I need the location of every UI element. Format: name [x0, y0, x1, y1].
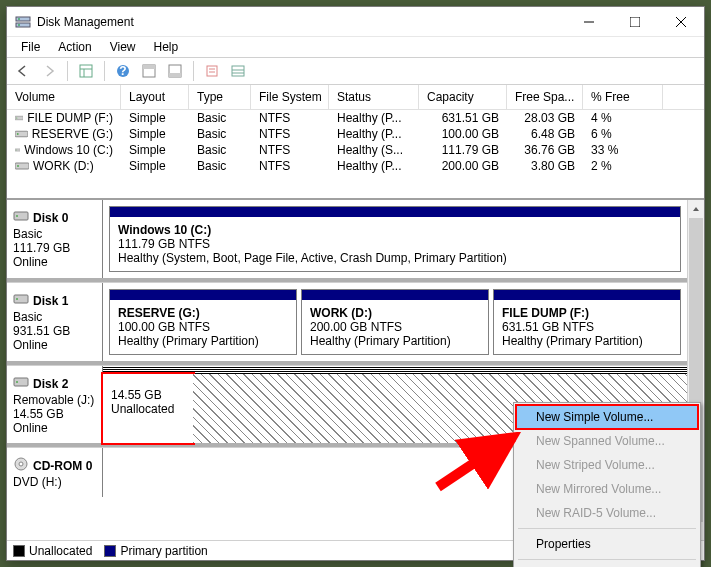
partition[interactable]: RESERVE (G:) 100.00 GB NTFS Healthy (Pri…	[109, 289, 297, 355]
help-icon[interactable]: ?	[111, 59, 135, 83]
svg-text:?: ?	[119, 64, 126, 78]
toolbar-layout-top-icon[interactable]	[137, 59, 161, 83]
svg-rect-17	[207, 66, 217, 76]
disk-icon	[13, 456, 29, 475]
partition-title: Windows 10 (C:)	[118, 223, 672, 237]
partition-detail: Healthy (Primary Partition)	[310, 334, 480, 348]
col-filesystem[interactable]: File System	[251, 85, 329, 109]
svg-point-30	[17, 165, 19, 167]
context-menu-item: New RAID-5 Volume...	[516, 501, 698, 525]
partition-sub: 100.00 GB NTFS	[118, 320, 288, 334]
volume-pctfree: 6 %	[583, 126, 663, 142]
disk-icon	[13, 208, 29, 227]
volume-list: Volume Layout Type File System Status Ca…	[7, 85, 704, 200]
volume-free: 28.03 GB	[507, 110, 583, 126]
partition-detail: Healthy (System, Boot, Page File, Active…	[118, 251, 672, 265]
disk-status: Online	[13, 338, 96, 352]
partition-sub: 111.79 GB NTFS	[118, 237, 672, 251]
volume-pctfree: 33 %	[583, 142, 663, 158]
disk-type: Removable (J:)	[13, 393, 96, 407]
volume-pctfree: 2 %	[583, 158, 663, 174]
menu-file[interactable]: File	[13, 38, 48, 56]
partition-detail: Unallocated	[111, 402, 185, 416]
col-type[interactable]: Type	[189, 85, 251, 109]
maximize-button[interactable]	[612, 7, 658, 37]
menu-view[interactable]: View	[102, 38, 144, 56]
context-menu: New Simple Volume...New Spanned Volume..…	[513, 402, 701, 567]
back-button[interactable]	[11, 59, 35, 83]
context-menu-item: New Spanned Volume...	[516, 429, 698, 453]
disk-info[interactable]: CD-ROM 0 DVD (H:)	[7, 448, 103, 497]
toolbar-layout-bottom-icon[interactable]	[163, 59, 187, 83]
menu-help[interactable]: Help	[146, 38, 187, 56]
volume-row[interactable]: WORK (D:) Simple Basic NTFS Healthy (P..…	[7, 158, 704, 174]
app-icon	[15, 14, 31, 30]
volume-status: Healthy (P...	[329, 126, 419, 142]
volume-type: Basic	[189, 142, 251, 158]
context-menu-item[interactable]: New Simple Volume...	[516, 405, 698, 429]
volume-name: WORK (D:)	[33, 159, 94, 173]
col-pctfree[interactable]: % Free	[583, 85, 663, 109]
col-status[interactable]: Status	[329, 85, 419, 109]
drive-icon	[15, 113, 23, 123]
volume-name: RESERVE (G:)	[32, 127, 113, 141]
drive-icon	[15, 161, 29, 171]
menu-action[interactable]: Action	[50, 38, 99, 56]
svg-rect-8	[80, 65, 92, 77]
volume-layout: Simple	[121, 110, 189, 126]
col-layout[interactable]: Layout	[121, 85, 189, 109]
partition[interactable]: Windows 10 (C:) 111.79 GB NTFS Healthy (…	[109, 206, 681, 272]
col-volume[interactable]: Volume	[7, 85, 121, 109]
disk-icon	[13, 291, 29, 310]
svg-point-2	[18, 18, 20, 20]
partition-title: WORK (D:)	[310, 306, 480, 320]
volume-name: FILE DUMP (F:)	[27, 111, 113, 125]
scroll-up-icon[interactable]	[688, 200, 704, 217]
svg-point-32	[16, 215, 18, 217]
volume-row[interactable]: FILE DUMP (F:) Simple Basic NTFS Healthy…	[7, 110, 704, 126]
drive-icon	[15, 129, 28, 139]
volume-row[interactable]: Windows 10 (C:) Simple Basic NTFS Health…	[7, 142, 704, 158]
toolbar-list-icon[interactable]	[226, 59, 250, 83]
unallocated-box[interactable]: 14.55 GB Unallocated	[103, 374, 193, 443]
close-button[interactable]	[658, 7, 704, 37]
partition-bar	[302, 290, 488, 300]
col-capacity[interactable]: Capacity	[419, 85, 507, 109]
context-menu-item[interactable]: Help	[516, 563, 698, 567]
legend-unallocated-swatch	[13, 545, 25, 557]
disk-name: CD-ROM 0	[33, 459, 92, 473]
disk-info[interactable]: Disk 0 Basic 111.79 GB Online	[7, 200, 103, 278]
forward-button[interactable]	[37, 59, 61, 83]
volume-layout: Simple	[121, 158, 189, 174]
partition-sub: 631.51 GB NTFS	[502, 320, 672, 334]
titlebar[interactable]: Disk Management	[7, 7, 704, 37]
disk-partitions: Windows 10 (C:) 111.79 GB NTFS Healthy (…	[103, 200, 687, 278]
svg-point-28	[16, 150, 17, 151]
disk-row: Disk 1 Basic 931.51 GB Online RESERVE (G…	[7, 282, 687, 365]
disk-info[interactable]: Disk 1 Basic 931.51 GB Online	[7, 283, 103, 361]
volume-list-header: Volume Layout Type File System Status Ca…	[7, 85, 704, 110]
partition-title: FILE DUMP (F:)	[502, 306, 672, 320]
volume-free: 36.76 GB	[507, 142, 583, 158]
legend-unallocated-label: Unallocated	[29, 544, 92, 558]
volume-free: 6.48 GB	[507, 126, 583, 142]
partition-bar	[110, 207, 680, 217]
toolbar-view-icon[interactable]	[74, 59, 98, 83]
partition-detail: Healthy (Primary Partition)	[502, 334, 672, 348]
volume-fs: NTFS	[251, 142, 329, 158]
legend-primary-label: Primary partition	[120, 544, 207, 558]
partition[interactable]: FILE DUMP (F:) 631.51 GB NTFS Healthy (P…	[493, 289, 681, 355]
volume-name: Windows 10 (C:)	[24, 143, 113, 157]
volume-capacity: 200.00 GB	[419, 158, 507, 174]
partition[interactable]: WORK (D:) 200.00 GB NTFS Healthy (Primar…	[301, 289, 489, 355]
col-freespace[interactable]: Free Spa...	[507, 85, 583, 109]
minimize-button[interactable]	[566, 7, 612, 37]
volume-status: Healthy (P...	[329, 158, 419, 174]
volume-row[interactable]: RESERVE (G:) Simple Basic NTFS Healthy (…	[7, 126, 704, 142]
toolbar-settings-icon[interactable]	[200, 59, 224, 83]
disk-info[interactable]: Disk 2 Removable (J:) 14.55 GB Online	[7, 366, 103, 443]
disk-name: Disk 2	[33, 377, 68, 391]
volume-status: Healthy (S...	[329, 142, 419, 158]
context-menu-item[interactable]: Properties	[516, 532, 698, 556]
legend-primary-swatch	[104, 545, 116, 557]
